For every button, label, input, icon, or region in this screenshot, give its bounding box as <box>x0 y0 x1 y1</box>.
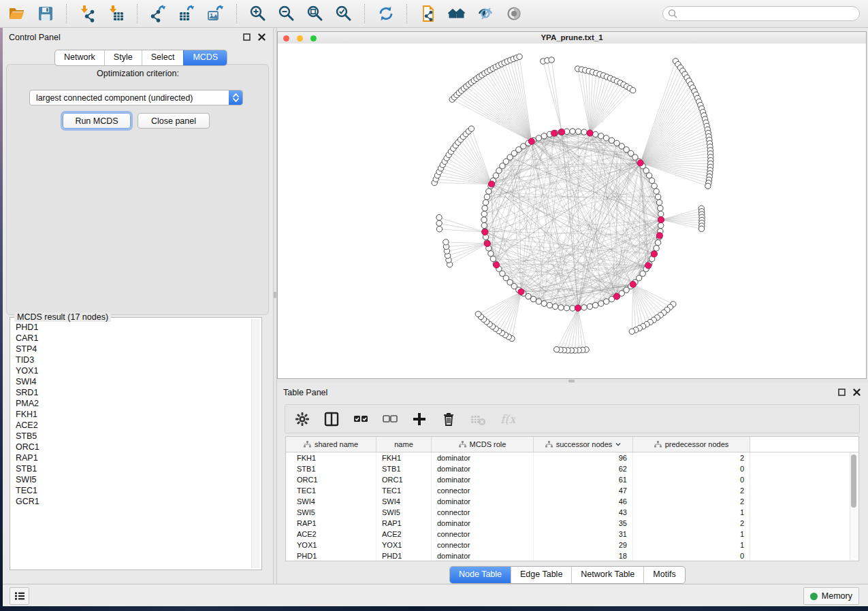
mcds-result-item[interactable]: STP4 <box>12 344 251 354</box>
mcds-result-item[interactable]: SWI4 <box>12 376 251 387</box>
export-image-icon[interactable] <box>206 3 226 24</box>
cell-name: SWI4 <box>376 496 432 507</box>
mcds-result-item[interactable]: STB1 <box>12 463 251 474</box>
mcds-result-item[interactable]: ACE2 <box>12 420 251 431</box>
tab-network[interactable]: Network <box>55 50 104 65</box>
criterion-select[interactable]: largest connected component (undirected) <box>29 90 243 105</box>
save-icon[interactable] <box>35 3 56 24</box>
import-table-icon[interactable] <box>106 3 127 24</box>
tab-select[interactable]: Select <box>142 50 184 65</box>
mcds-result-item[interactable]: SWI5 <box>12 474 251 485</box>
table-row[interactable]: ORC1ORC1dominator610 <box>286 474 858 485</box>
export-network-icon[interactable] <box>148 3 169 24</box>
table-row[interactable]: SWI5SWI5connector431 <box>286 507 858 518</box>
zoom-out-icon[interactable] <box>276 3 297 24</box>
cell-name: ACE2 <box>376 529 432 540</box>
mcds-result-list[interactable]: PHD1CAR1STP4TID3YOX1SWI4SRD1PMA2FKH1ACE2… <box>12 322 251 568</box>
mcds-result-item[interactable]: SRD1 <box>12 387 251 398</box>
cell-predecessor-nodes: 0 <box>633 474 750 485</box>
table-toolbar: f(x) <box>285 404 860 433</box>
deselect-all-icon[interactable] <box>381 410 399 428</box>
table-row[interactable]: YOX1YOX1connector291 <box>286 540 858 550</box>
memory-button[interactable]: Memory <box>803 587 859 605</box>
cell-shared-name: TEC1 <box>286 485 376 496</box>
close-panel-icon[interactable] <box>257 33 266 42</box>
mcds-result-scrollbar[interactable] <box>251 319 260 568</box>
mcds-result-item[interactable]: YOX1 <box>12 365 251 376</box>
column-header-predecessor-nodes[interactable]: predecessor nodes <box>633 437 750 452</box>
import-network-icon[interactable] <box>78 3 98 24</box>
tab-style[interactable]: Style <box>104 50 142 65</box>
network-window-titlebar: YPA_prune.txt_1 <box>278 32 866 44</box>
column-header-name[interactable]: name <box>376 437 432 452</box>
mcds-result-item[interactable]: PHD1 <box>12 322 251 333</box>
mcds-result-item[interactable]: TID3 <box>12 354 251 365</box>
float-panel-icon[interactable] <box>242 33 251 42</box>
mcds-result-item[interactable]: PMA2 <box>12 398 251 409</box>
column-header-mcds-role[interactable]: MCDS role <box>432 437 534 452</box>
select-stepper-icon <box>229 90 242 105</box>
refresh-icon[interactable] <box>376 3 396 24</box>
settings-icon[interactable] <box>293 410 311 428</box>
column-header-filler <box>750 437 858 452</box>
zoom-selected-icon[interactable] <box>334 3 354 24</box>
cell-predecessor-nodes: 2 <box>633 496 750 507</box>
run-mcds-button[interactable]: Run MCDS <box>63 113 131 129</box>
tab-node-table[interactable]: Node Table <box>450 567 511 583</box>
export-network-file-icon[interactable] <box>418 3 438 24</box>
tab-edge-table[interactable]: Edge Table <box>511 567 571 583</box>
close-panel-button[interactable]: Close panel <box>138 113 210 129</box>
mcds-result-item[interactable]: RAP1 <box>12 452 251 463</box>
table-scrollbar[interactable] <box>850 452 858 560</box>
table-row[interactable]: RAP1RAP1dominator352 <box>286 518 858 529</box>
tab-network-table[interactable]: Network Table <box>571 567 643 583</box>
mcds-result-item[interactable]: FKH1 <box>12 409 251 420</box>
cell-mcds-role: connector <box>432 529 534 540</box>
cell-name: RAP1 <box>376 518 432 529</box>
zoom-in-icon[interactable] <box>248 3 268 24</box>
network-overview-icon[interactable] <box>447 3 467 24</box>
export-table-icon[interactable] <box>177 3 197 24</box>
float-table-panel-icon[interactable] <box>837 388 846 397</box>
tab-motifs[interactable]: Motifs <box>643 567 684 583</box>
add-row-icon[interactable] <box>411 410 428 428</box>
show-graphics-details-icon[interactable] <box>504 3 524 24</box>
table-scrollbar-thumb[interactable] <box>851 455 856 508</box>
toolbar-separator <box>364 4 366 23</box>
zoom-fit-icon[interactable] <box>305 3 325 24</box>
open-file-icon[interactable] <box>7 3 27 24</box>
mcds-result-item[interactable]: GCR1 <box>12 496 251 507</box>
mcds-result-item[interactable]: ORC1 <box>12 442 251 452</box>
cell-predecessor-nodes: 0 <box>633 550 750 561</box>
mcds-result-item[interactable]: STB5 <box>12 431 251 442</box>
cell-name: ORC1 <box>376 474 432 485</box>
table-panel-titlebar: Table Panel <box>277 383 868 401</box>
table-row[interactable]: FKH1FKH1dominator962 <box>286 452 858 463</box>
mcds-result-item[interactable]: TEC1 <box>12 485 251 496</box>
cell-predecessor-nodes: 2 <box>633 485 750 496</box>
select-all-icon[interactable] <box>352 410 370 428</box>
cell-filler <box>750 507 858 518</box>
table-row[interactable]: PHD1PHD1dominator180 <box>286 550 858 561</box>
cell-successor-nodes: 96 <box>534 452 633 463</box>
table-row[interactable]: TEC1TEC1connector472 <box>286 485 858 496</box>
table-row[interactable]: SWI4SWI4dominator462 <box>286 496 858 507</box>
cell-filler <box>750 550 858 561</box>
split-columns-icon[interactable] <box>323 410 340 428</box>
table-row[interactable]: STB1STB1dominator620 <box>286 463 858 474</box>
search-input[interactable] <box>662 6 860 21</box>
table-row[interactable]: ACE2ACE2connector311 <box>286 529 858 540</box>
hide-graphics-details-icon[interactable] <box>475 3 496 24</box>
show-panels-list-button[interactable] <box>10 587 29 605</box>
column-header-shared-name[interactable]: shared name <box>286 437 376 452</box>
column-header-successor-nodes[interactable]: successor nodes <box>534 437 633 452</box>
delete-row-icon[interactable] <box>440 410 457 428</box>
mcds-result-item[interactable]: CAR1 <box>12 333 251 344</box>
cell-filler <box>750 463 858 474</box>
cell-predecessor-nodes: 2 <box>633 452 750 463</box>
network-canvas[interactable] <box>278 44 866 378</box>
tab-mcds[interactable]: MCDS <box>183 50 227 65</box>
cell-predecessor-nodes: 1 <box>633 507 750 518</box>
close-table-panel-icon[interactable] <box>852 388 861 397</box>
cell-filler <box>750 452 858 463</box>
